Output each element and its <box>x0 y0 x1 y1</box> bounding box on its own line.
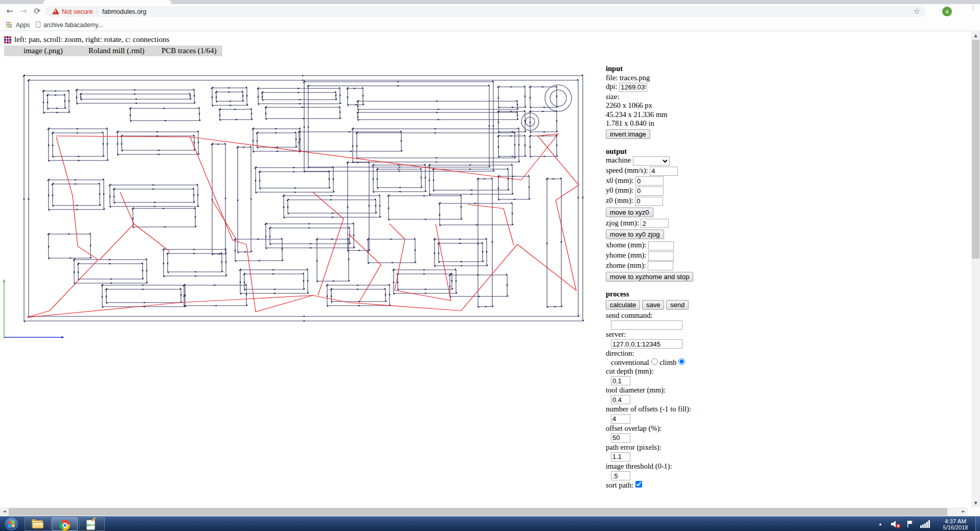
xhome-input[interactable] <box>648 241 674 250</box>
save-button[interactable]: save <box>642 300 664 310</box>
offsets-label: number of offsets (-1 to fill): <box>606 405 723 413</box>
y0-input[interactable] <box>635 187 664 196</box>
dpi-label: dpi: <box>606 82 618 90</box>
address-bar[interactable]: Not secure fabmodules.org ☆ <box>45 6 925 17</box>
cut-depth-input[interactable] <box>611 376 630 385</box>
browser-toolbar: ← → ⟳ Not secure fabmodules.org ☆ a ⋮ <box>0 4 980 18</box>
network-signal-icon[interactable] <box>920 520 931 528</box>
start-button[interactable] <box>5 518 18 530</box>
browser-menu-icon[interactable]: ⋮ <box>970 6 977 16</box>
size-mm: 45.234 x 21.336 mm <box>606 110 723 119</box>
profile-avatar[interactable]: a <box>942 7 952 16</box>
taskbar: N++ ▲ 4:37 AM 5/16/2018 <box>0 516 980 531</box>
fabmodules-logo-icon <box>4 36 12 44</box>
clock-time: 4:37 AM <box>937 518 974 524</box>
scroll-right-icon[interactable]: ► <box>959 507 968 516</box>
taskbar-explorer-button[interactable] <box>25 517 51 531</box>
process-section-title: process <box>606 290 629 298</box>
x0-input[interactable] <box>635 176 664 186</box>
tray-expand-icon[interactable]: ▲ <box>875 517 885 531</box>
machine-select[interactable] <box>633 156 670 166</box>
sort-path-label: sort path: <box>606 481 633 489</box>
menu-output-format[interactable]: Roland mill (.rml) <box>88 47 145 55</box>
scroll-down-icon[interactable]: ▼ <box>971 499 980 507</box>
move-to-xy0-zjog-button[interactable]: move to xy0 zjog <box>606 229 664 239</box>
bookmarks-bar: Apps archive.fabacademy... <box>0 18 980 31</box>
cut-depth-label: cut depth (mm): <box>606 367 723 376</box>
threshold-input[interactable] <box>611 471 630 480</box>
zhome-input[interactable] <box>648 261 673 270</box>
taskbar-chrome-button[interactable] <box>52 517 78 531</box>
send-button[interactable]: send <box>666 300 689 310</box>
tool-diameter-input[interactable] <box>611 395 630 404</box>
show-desktop-button[interactable] <box>975 517 980 531</box>
tab-strip <box>0 0 980 4</box>
horizontal-scroll-thumb[interactable] <box>9 508 947 516</box>
direction-label: direction: <box>606 349 723 358</box>
taskbar-clock[interactable]: 4:37 AM 5/16/2018 <box>937 517 974 531</box>
taskbar-notepadpp-button[interactable]: N++ <box>79 517 105 531</box>
calculate-button[interactable]: calculate <box>606 300 640 310</box>
size-px: 2260 x 1066 px <box>606 101 723 110</box>
bookmark-item[interactable]: archive.fabacademy... <box>43 21 103 29</box>
not-secure-label[interactable]: Not secure <box>62 8 93 15</box>
volume-muted-icon[interactable] <box>891 520 902 528</box>
notepadpp-icon: N++ <box>86 520 95 530</box>
speed-input[interactable] <box>650 167 678 176</box>
conventional-radio[interactable] <box>651 358 658 365</box>
zjog-label: zjog (mm): <box>606 219 639 227</box>
scroll-left-icon[interactable]: ◄ <box>0 507 9 516</box>
path-error-label: path error (pixels): <box>606 443 723 452</box>
mouse-hint-text: left: pan, scroll: zoom, right: rotate, … <box>14 35 169 44</box>
vertical-scroll-thumb[interactable] <box>972 40 979 259</box>
menu-input-format[interactable]: image (.png) <box>24 47 63 55</box>
explorer-icon <box>32 520 44 529</box>
reload-button[interactable]: ⟳ <box>32 6 43 17</box>
overlap-input[interactable] <box>611 433 630 443</box>
yhome-input[interactable] <box>648 251 674 261</box>
input-section: input file: traces.png dpi: size: 2260 x… <box>606 64 723 140</box>
apps-grid-icon[interactable] <box>6 22 12 28</box>
path-error-input[interactable] <box>611 452 630 461</box>
size-label: size: <box>606 93 723 101</box>
horizontal-scrollbar[interactable]: ◄ ► <box>0 507 968 516</box>
not-secure-icon <box>52 8 59 14</box>
control-sidebar: input file: traces.png dpi: size: 2260 x… <box>606 57 723 490</box>
server-input[interactable] <box>611 339 682 349</box>
conventional-label: conventional <box>611 358 649 366</box>
yhome-label: yhome (mm): <box>606 251 646 259</box>
url-text[interactable]: fabmodules.org <box>102 8 146 15</box>
active-tab[interactable] <box>43 0 171 4</box>
offsets-input[interactable] <box>611 414 630 424</box>
z0-label: z0 (mm): <box>606 196 633 204</box>
toolpath-canvas[interactable] <box>0 72 593 350</box>
x0-label: x0 (mm): <box>606 176 633 184</box>
move-to-xyz0-button[interactable]: move to xyz0 <box>606 207 653 217</box>
menu-process[interactable]: PCB traces (1/64) <box>162 47 216 55</box>
zhome-label: zhome (mm): <box>606 261 646 269</box>
climb-radio[interactable] <box>678 358 685 365</box>
scroll-up-icon[interactable]: ▲ <box>971 32 980 40</box>
z0-input[interactable] <box>635 197 663 206</box>
threshold-label: image threshold (0-1): <box>606 462 723 471</box>
back-button[interactable]: ← <box>4 6 15 17</box>
output-section-title: output <box>606 147 627 155</box>
clock-date: 5/16/2018 <box>937 524 974 530</box>
sort-path-checkbox[interactable] <box>635 481 642 488</box>
send-command-input[interactable] <box>611 320 682 330</box>
vertical-scrollbar[interactable]: ▲ ▼ <box>971 32 980 507</box>
forward-button[interactable]: → <box>18 6 29 17</box>
dpi-input[interactable] <box>619 83 647 92</box>
invert-image-button[interactable]: invert image <box>606 129 650 139</box>
output-section: output machine speed (mm/s): x0 (mm): y0… <box>606 147 723 283</box>
apps-label[interactable]: Apps <box>16 21 30 29</box>
bookmark-star-icon[interactable]: ☆ <box>914 7 920 16</box>
chrome-icon <box>59 520 70 530</box>
machine-label: machine <box>606 156 631 164</box>
bookmark-page-icon <box>36 21 40 28</box>
xhome-label: xhome (mm): <box>606 241 646 249</box>
move-to-xyzhome-button[interactable]: move to xyzhome and stop <box>606 272 693 282</box>
zjog-input[interactable] <box>641 219 669 228</box>
action-center-flag-icon[interactable] <box>906 520 915 528</box>
page-content: left: pan, scroll: zoom, right: rotate, … <box>0 32 971 516</box>
